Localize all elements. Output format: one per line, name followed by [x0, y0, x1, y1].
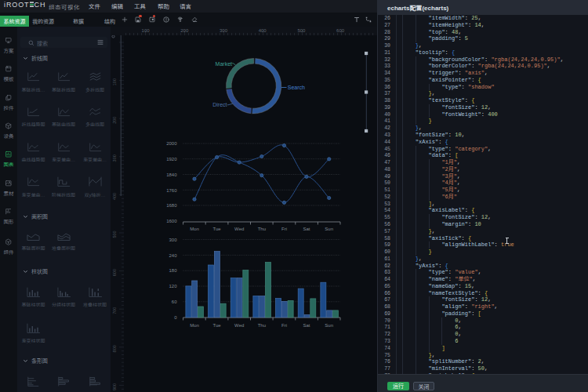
svg-text:100: 100 [142, 28, 151, 33]
svg-text:180: 180 [169, 268, 177, 273]
svg-text:Fri: Fri [281, 323, 287, 328]
svg-text:1920: 1920 [166, 157, 177, 162]
svg-text:1680: 1680 [166, 203, 177, 208]
svg-text:800: 800 [112, 345, 117, 352]
svg-text:Wed: Wed [234, 227, 244, 231]
svg-text:1760: 1760 [166, 188, 177, 193]
svg-text:0: 0 [174, 315, 177, 320]
svg-text:500: 500 [112, 230, 117, 238]
svg-text:200: 200 [180, 28, 189, 33]
svg-text:Mon: Mon [190, 227, 199, 231]
svg-text:Tue: Tue [213, 227, 222, 231]
svg-text:120: 120 [169, 284, 177, 289]
svg-text:300: 300 [169, 238, 177, 242]
svg-text:Market: Market [216, 61, 232, 67]
svg-text:400: 400 [259, 28, 267, 33]
svg-text:Sun: Sun [325, 323, 333, 328]
svg-text:Fri: Fri [281, 227, 287, 231]
svg-text:1840: 1840 [166, 172, 177, 177]
svg-text:Wed: Wed [234, 323, 244, 328]
svg-text:60: 60 [172, 299, 177, 304]
svg-text:Thu: Thu [258, 227, 266, 231]
svg-text:700: 700 [112, 307, 117, 314]
svg-text:Direct: Direct [212, 102, 227, 107]
svg-text:Thu: Thu [258, 323, 266, 328]
svg-text:300: 300 [112, 154, 117, 162]
svg-text:240: 240 [169, 253, 177, 258]
svg-text:600: 600 [112, 269, 117, 276]
svg-text:900: 900 [112, 383, 117, 390]
svg-text:400: 400 [112, 193, 117, 200]
svg-text:500: 500 [297, 28, 306, 33]
svg-text:200: 200 [112, 117, 117, 124]
svg-text:600: 600 [336, 28, 345, 33]
svg-text:Mon: Mon [190, 323, 199, 328]
svg-text:Sat: Sat [303, 323, 310, 328]
svg-text:300: 300 [220, 28, 228, 33]
svg-text:Tue: Tue [213, 323, 222, 328]
svg-text:Sun: Sun [325, 227, 333, 231]
svg-text:1600: 1600 [166, 219, 177, 223]
svg-text:100: 100 [112, 78, 117, 85]
svg-text:Sat: Sat [303, 227, 310, 231]
svg-text:2000: 2000 [166, 141, 177, 146]
svg-text:Search: Search [288, 85, 305, 90]
